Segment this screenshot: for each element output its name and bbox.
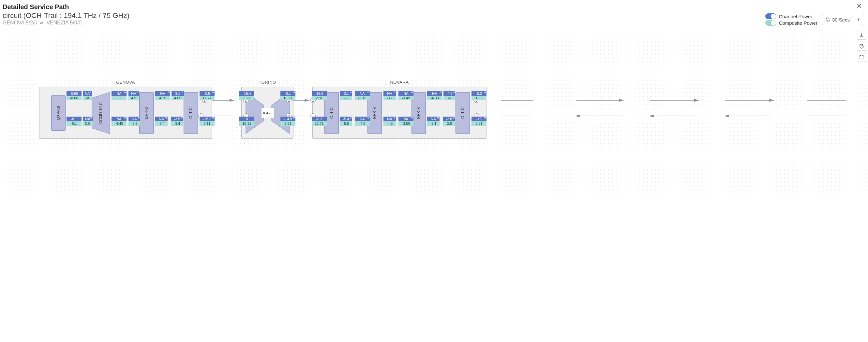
power-reading[interactable]: -3.1-3 bbox=[340, 91, 352, 100]
power-reading[interactable]: -153.61 bbox=[471, 116, 487, 126]
group-label: TORINO bbox=[242, 80, 293, 85]
chevron-down-icon: ▼ bbox=[857, 17, 861, 22]
group-label: NOVARA bbox=[313, 80, 486, 85]
power-reading[interactable]: NA-3.19 bbox=[355, 91, 370, 100]
power-reading[interactable]: NA-3.1 bbox=[427, 116, 439, 126]
power-reading[interactable]: -4.9-5 bbox=[443, 91, 455, 100]
refresh-interval[interactable]: 30 Secs ▼ bbox=[822, 14, 864, 25]
power-toggles: Channel Power Composite Power bbox=[765, 13, 817, 26]
power-reading[interactable]: NA-3.59 bbox=[399, 116, 413, 126]
card-label: OLT-C bbox=[188, 107, 193, 118]
power-reading[interactable]: -15.62.81 bbox=[312, 91, 327, 100]
toggle-composite-label: Composite Power bbox=[779, 20, 817, 26]
refresh-label: 30 Secs bbox=[832, 17, 850, 23]
power-reading[interactable]: -15.43.21 bbox=[239, 91, 254, 100]
header: Detailed Service Path ✕ circuit (OCH-Tra… bbox=[0, 0, 868, 28]
diagram-canvas[interactable]: GENOVA QXP-K9 CCMD-16-C BRK-8 OLT-C TORI… bbox=[0, 28, 868, 204]
power-reading[interactable]: -0.118.21 bbox=[280, 91, 296, 100]
power-reading[interactable]: -2.8-2.8 bbox=[443, 116, 455, 126]
card-label: QXP-K9 bbox=[56, 106, 61, 120]
swap-icon: ⇄ bbox=[40, 20, 44, 25]
refresh-dropdown[interactable]: ▼ bbox=[853, 14, 864, 25]
group-label: GENOVA bbox=[39, 80, 212, 85]
endpoint-b: VENEZIA 5/0/0 bbox=[46, 20, 82, 26]
power-reading[interactable]: NA-3.49 bbox=[399, 91, 413, 100]
power-reading[interactable]: -14.93.31 bbox=[280, 116, 296, 126]
power-reading[interactable]: 3.14.09 bbox=[172, 91, 184, 100]
card-label: BRK-8 bbox=[144, 107, 149, 118]
card-label: CCMD-16-C bbox=[98, 102, 103, 124]
toggle-channel-power[interactable]: Channel Power bbox=[765, 13, 817, 19]
power-reading[interactable]: NA5.09 bbox=[112, 91, 126, 100]
toggle-channel-label: Channel Power bbox=[779, 14, 812, 19]
power-reading[interactable]: -0.68-0.68 bbox=[66, 91, 82, 100]
page-title: Detailed Service Path bbox=[3, 1, 69, 11]
power-reading[interactable]: NA-3.7 bbox=[383, 91, 396, 100]
power-reading[interactable]: NA-4.8 bbox=[355, 116, 370, 126]
power-reading[interactable]: NA4.29 bbox=[155, 91, 170, 100]
refresh-icon bbox=[826, 17, 830, 22]
power-reading[interactable]: -0.317.71 bbox=[312, 116, 327, 126]
card-olt-c-genova[interactable]: OLT-C bbox=[184, 92, 198, 134]
endpoint-a: GENOVA 5/2/0 bbox=[3, 20, 37, 26]
power-reading[interactable]: -5.4-5.5 bbox=[340, 116, 352, 126]
card-label: ILA-C bbox=[263, 111, 272, 115]
endpoints: GENOVA 5/2/0 ⇄ VENEZIA 5/0/0 bbox=[3, 20, 129, 26]
power-reading[interactable]: NA-3.9 bbox=[128, 116, 140, 126]
circuit-name: circuit (OCH-Trail : 194.1 THz / 75 GHz) bbox=[3, 11, 129, 20]
toggle-composite-power[interactable]: Composite Power bbox=[765, 20, 817, 26]
card-olt-c-novara-right[interactable]: OLT-C bbox=[456, 92, 470, 134]
refresh-now-button[interactable]: 30 Secs bbox=[823, 14, 853, 25]
card-label: BRK-8 bbox=[416, 107, 421, 118]
power-reading[interactable]: -0.218.3 bbox=[471, 91, 487, 100]
power-reading[interactable]: NA-8 bbox=[83, 91, 92, 100]
power-reading[interactable]: -8.1-8.1 bbox=[66, 116, 82, 126]
power-reading[interactable]: -15.23.11 bbox=[199, 116, 215, 126]
power-reading[interactable]: NA4.9 bbox=[128, 91, 139, 100]
power-reading[interactable]: NA0.5 bbox=[83, 116, 93, 126]
card-brk-8-genova[interactable]: BRK-8 bbox=[139, 92, 154, 134]
power-reading[interactable]: NA-4.49 bbox=[112, 116, 126, 126]
card-label: OLT-C bbox=[329, 107, 334, 118]
power-reading[interactable]: NA-4.2 bbox=[383, 116, 396, 126]
power-reading[interactable]: NA-4.09 bbox=[427, 91, 442, 100]
power-reading[interactable]: NA-3.4 bbox=[155, 116, 167, 126]
power-reading[interactable]: -3.5-3.4 bbox=[171, 116, 183, 126]
card-label: BRK-8 bbox=[372, 107, 377, 118]
close-icon[interactable]: ✕ bbox=[854, 1, 864, 11]
card-ccmd-16-c[interactable]: CCMD-16-C bbox=[92, 92, 110, 134]
power-reading[interactable]: -0.517.71 bbox=[199, 91, 215, 100]
power-reading[interactable]: 018.11 bbox=[239, 116, 254, 126]
card-qxp-k9[interactable]: QXP-K9 bbox=[51, 96, 66, 131]
card-brk-8-novara-2[interactable]: BRK-8 bbox=[411, 92, 426, 134]
card-label: OLT-C bbox=[460, 107, 465, 118]
